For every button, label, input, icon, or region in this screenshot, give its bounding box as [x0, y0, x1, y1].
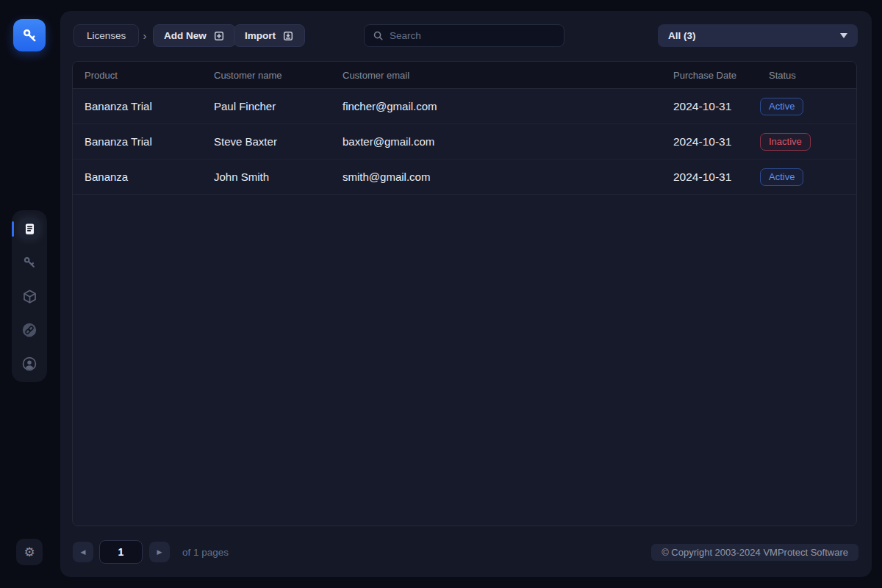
status-badge: Active — [760, 168, 803, 186]
status-badge: Inactive — [760, 133, 811, 151]
import-label: Import — [245, 30, 276, 41]
table-row[interactable]: Bananza Trial Paul Fincher fincher@gmail… — [73, 89, 856, 124]
triangle-right-icon: ▶ — [157, 548, 162, 556]
link-icon — [21, 322, 37, 338]
sidebar-item-licenses[interactable] — [19, 218, 40, 239]
settings-button[interactable]: ⚙ — [16, 539, 43, 565]
column-header-status: Status — [760, 70, 856, 81]
cell-product: Bananza Trial — [85, 135, 214, 148]
column-header-customer-name: Customer name — [214, 70, 343, 81]
sidebar-nav — [12, 210, 47, 382]
active-indicator — [12, 221, 14, 237]
filter-value: All (3) — [668, 30, 696, 41]
status-badge: Active — [760, 98, 803, 115]
column-header-product: Product — [85, 70, 214, 81]
plus-square-icon — [213, 30, 225, 42]
import-button[interactable]: Import — [234, 24, 305, 47]
column-header-customer-email: Customer email — [343, 70, 673, 81]
cell-customer-email: smith@gmail.com — [343, 171, 673, 183]
main-panel: Licenses › Add New Import — [60, 11, 872, 577]
table-row[interactable]: Bananza Trial Steve Baxter baxter@gmail.… — [73, 124, 856, 159]
cell-customer-name: John Smith — [214, 171, 343, 183]
page-number-input[interactable]: 1 — [99, 540, 143, 564]
cell-purchase-date: 2024-10-31 — [673, 135, 760, 148]
chevron-down-icon — [840, 33, 847, 38]
gear-icon: ⚙ — [24, 545, 35, 559]
download-square-icon — [282, 30, 294, 42]
toolbar: Licenses › Add New Import — [60, 11, 872, 60]
pages-count-label: of 1 pages — [182, 547, 229, 558]
key-icon — [21, 27, 38, 44]
triangle-left-icon: ◀ — [81, 548, 86, 556]
cube-icon — [22, 289, 37, 304]
cell-product: Bananza — [85, 171, 214, 183]
previous-page-button[interactable]: ◀ — [73, 542, 93, 562]
cell-customer-email: baxter@gmail.com — [343, 135, 673, 148]
copyright-badge: © Copyright 2003-2024 VMProtect Software — [651, 544, 858, 561]
sidebar-item-links[interactable] — [19, 320, 40, 340]
status-filter-dropdown[interactable]: All (3) — [658, 24, 858, 47]
licenses-table: Product Customer name Customer email Pur… — [72, 61, 857, 526]
cell-customer-email: fincher@gmail.com — [343, 100, 673, 112]
sidebar-item-keys[interactable] — [19, 252, 40, 273]
app-logo[interactable] — [13, 19, 46, 51]
document-icon — [23, 222, 37, 236]
table-header: Product Customer name Customer email Pur… — [73, 62, 856, 89]
next-page-button[interactable]: ▶ — [149, 542, 170, 562]
cell-purchase-date: 2024-10-31 — [673, 100, 760, 113]
search-field — [364, 24, 564, 47]
key-icon — [22, 255, 37, 270]
cell-customer-name: Paul Fincher — [214, 100, 343, 112]
column-header-purchase-date: Purchase Date — [673, 70, 760, 81]
cell-purchase-date: 2024-10-31 — [673, 171, 760, 184]
chevron-right-icon: › — [137, 29, 152, 43]
breadcrumb[interactable]: Licenses — [74, 24, 139, 47]
search-input[interactable] — [390, 30, 556, 41]
add-new-button[interactable]: Add New — [153, 24, 236, 47]
sidebar-item-products[interactable] — [19, 286, 40, 306]
user-icon — [21, 356, 37, 372]
search-icon — [373, 30, 384, 41]
cell-customer-name: Steve Baxter — [214, 135, 343, 148]
cell-product: Bananza Trial — [85, 100, 214, 112]
sidebar-item-account[interactable] — [19, 354, 40, 374]
table-row[interactable]: Bananza John Smith smith@gmail.com 2024-… — [73, 159, 856, 195]
add-new-label: Add New — [164, 30, 207, 41]
